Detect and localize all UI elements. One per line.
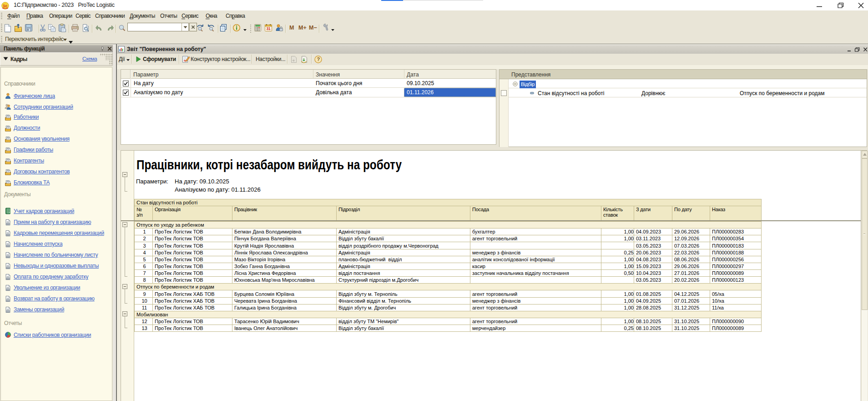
svg-text:?: ?: [317, 56, 320, 62]
svg-text:31: 31: [266, 26, 271, 31]
svg-text:1с: 1с: [3, 4, 7, 8]
svg-text:M: M: [289, 25, 294, 31]
svg-text:M−: M−: [309, 25, 317, 31]
svg-text:M+: M+: [298, 25, 307, 31]
